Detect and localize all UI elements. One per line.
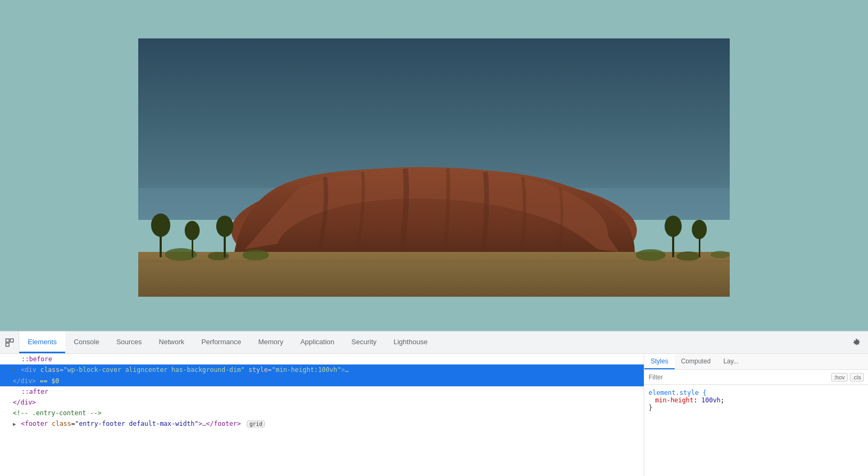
- devtools-panel: Elements Console Sources Network Perform…: [0, 331, 868, 476]
- svg-rect-10: [138, 260, 730, 263]
- tab-styles[interactable]: Styles: [644, 354, 675, 369]
- styles-content: element.style { min-height: 100vh; }: [644, 385, 868, 476]
- styles-panel: Styles Computed Lay... :hov .cls element…: [644, 354, 868, 476]
- html-line-comment: <!-- .entry-content -->: [0, 408, 644, 418]
- svg-point-12: [151, 213, 170, 237]
- tab-layout[interactable]: Lay...: [717, 354, 745, 369]
- css-prop-min-height: min-height: [655, 396, 693, 404]
- html-line-selected-div[interactable]: ▶ <div class="wp-block-cover aligncenter…: [0, 364, 644, 376]
- svg-rect-23: [10, 339, 13, 342]
- svg-rect-21: [6, 339, 9, 342]
- element-selector-icon[interactable]: [0, 331, 19, 353]
- css-value-100vh: 100vh: [701, 396, 721, 404]
- settings-gear-icon[interactable]: [846, 331, 868, 353]
- tab-console[interactable]: Console: [65, 331, 108, 353]
- css-colon: :: [693, 396, 701, 404]
- tab-memory[interactable]: Memory: [250, 331, 292, 353]
- svg-point-14: [185, 221, 200, 240]
- svg-point-16: [216, 216, 233, 237]
- svg-point-7: [636, 249, 666, 261]
- css-closing-brace: }: [649, 404, 652, 411]
- tab-performance[interactable]: Performance: [193, 331, 249, 353]
- css-rule-element-style: element.style { min-height: 100vh; }: [649, 389, 864, 411]
- tab-elements[interactable]: Elements: [19, 331, 65, 353]
- svg-point-18: [665, 216, 682, 237]
- html-line-before: ::before: [0, 354, 644, 364]
- tab-lighthouse[interactable]: Lighthouse: [385, 331, 436, 353]
- devtools-content: ::before ▶ <div class="wp-block-cover al…: [0, 354, 868, 476]
- hov-filter-button[interactable]: :hov: [831, 373, 848, 382]
- html-line-footer[interactable]: ▶ <footer class="entry-footer default-ma…: [0, 418, 644, 430]
- svg-point-20: [692, 220, 707, 239]
- tab-sources[interactable]: Sources: [108, 331, 151, 353]
- svg-point-6: [242, 250, 269, 260]
- devtools-toolbar: Elements Console Sources Network Perform…: [0, 331, 868, 354]
- css-rule-block: min-height: 100vh;: [649, 396, 864, 404]
- tab-computed[interactable]: Computed: [675, 354, 717, 369]
- browser-viewport: [0, 0, 868, 331]
- pseudo-after: ::after: [21, 388, 49, 395]
- styles-filter-row: :hov .cls: [644, 370, 868, 385]
- styles-filter-buttons: :hov .cls: [831, 373, 864, 382]
- pseudo-before: ::before: [21, 355, 52, 363]
- html-line-after: ::after: [0, 386, 644, 397]
- svg-rect-22: [6, 343, 9, 346]
- styles-tabs: Styles Computed Lay...: [644, 354, 868, 370]
- html-line-div-close[interactable]: </div> == $0: [0, 376, 644, 386]
- hero-image: [138, 38, 730, 297]
- html-line-div-close2: </div>: [0, 397, 644, 408]
- tab-application[interactable]: Application: [292, 331, 343, 353]
- html-panel: ::before ▶ <div class="wp-block-cover al…: [0, 354, 644, 476]
- css-selector: element.style {: [649, 389, 706, 396]
- css-semicolon: ;: [721, 396, 724, 404]
- cls-filter-button[interactable]: .cls: [850, 373, 864, 382]
- svg-point-9: [711, 251, 730, 258]
- tab-security[interactable]: Security: [343, 331, 385, 353]
- grid-badge: grid: [247, 421, 265, 427]
- svg-point-8: [676, 251, 700, 261]
- styles-filter-input[interactable]: [649, 374, 831, 381]
- tab-network[interactable]: Network: [151, 331, 193, 353]
